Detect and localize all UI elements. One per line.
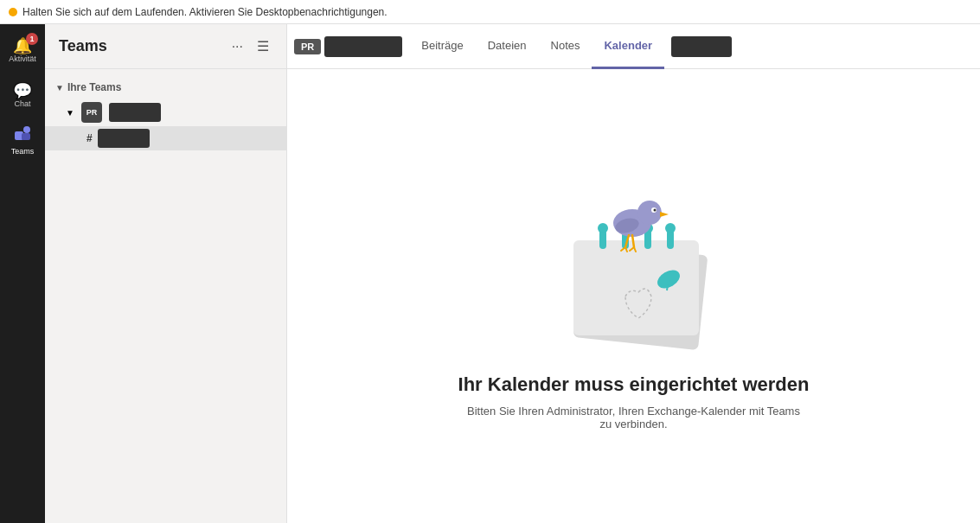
- more-button[interactable]: ···: [228, 35, 247, 58]
- notif-text: Halten Sie sich auf dem Laufenden. Aktiv…: [22, 6, 388, 18]
- sidebar-content: ▼ Ihre Teams ▼ PR #: [45, 69, 286, 523]
- activity-badge: 1: [26, 33, 38, 45]
- svg-rect-4: [573, 240, 699, 335]
- section-chevron: ▼: [55, 83, 64, 92]
- section-label: Ihre Teams: [67, 81, 121, 93]
- calendar-empty-state: Ihr Kalender muss eingerichtet werden Bi…: [287, 69, 980, 523]
- svg-point-16: [637, 201, 662, 225]
- svg-point-8: [598, 223, 608, 233]
- activity-label: Aktivität: [9, 55, 36, 63]
- team-badge-pr: PR: [81, 102, 102, 123]
- tab-bar-channel-badge: PR: [294, 39, 321, 54]
- svg-point-18: [653, 208, 656, 211]
- svg-rect-2: [22, 133, 30, 140]
- tab-bar-channel-name: [324, 36, 402, 57]
- app-layout: 🔔 Aktivität 1 💬 Chat Teams Teams ···: [0, 24, 980, 523]
- calendar-empty-title: Ihr Kalender muss eingerichtet werden: [458, 373, 810, 396]
- chat-label: Chat: [14, 100, 30, 108]
- calendar-illustration: [530, 145, 738, 353]
- icon-rail: 🔔 Aktivität 1 💬 Chat Teams: [0, 24, 45, 523]
- svg-point-14: [665, 223, 676, 233]
- sidebar-actions: ··· ☰: [228, 35, 272, 58]
- sidebar-item-chat[interactable]: 💬 Chat: [0, 73, 45, 118]
- svg-marker-19: [660, 212, 669, 217]
- main-content: PR Beiträge Dateien Notes Kalender: [287, 24, 980, 523]
- filter-button[interactable]: ☰: [253, 35, 272, 58]
- sidebar-title: Teams: [59, 37, 107, 55]
- sidebar-item-activity[interactable]: 🔔 Aktivität 1: [0, 28, 45, 73]
- section-header-ihre-teams[interactable]: ▼ Ihre Teams: [45, 76, 286, 99]
- team-item-pr[interactable]: ▼ PR: [45, 99, 286, 126]
- team-name-block: [109, 103, 161, 122]
- tab-kalender[interactable]: Kalender: [592, 24, 664, 69]
- sidebar-item-teams[interactable]: Teams: [0, 118, 45, 163]
- channel-name-block: [98, 129, 150, 148]
- channel-item-pr[interactable]: #: [45, 126, 286, 150]
- channel-hash: #: [86, 132, 93, 144]
- svg-point-1: [23, 126, 30, 133]
- notif-dot: [9, 8, 17, 16]
- sidebar-header: Teams ··· ☰: [45, 24, 286, 69]
- chat-icon: 💬: [13, 83, 32, 99]
- tab-extra-block: [671, 36, 732, 57]
- teams-icon: [13, 124, 32, 146]
- notification-bar: Halten Sie sich auf dem Laufenden. Aktiv…: [0, 0, 980, 24]
- tab-notes[interactable]: Notes: [539, 24, 592, 69]
- sidebar: Teams ··· ☰ ▼ Ihre Teams ▼ PR #: [45, 24, 287, 523]
- teams-label: Teams: [11, 148, 35, 156]
- team-chevron: ▼: [66, 108, 74, 118]
- tab-beitraege[interactable]: Beiträge: [409, 24, 475, 69]
- tab-bar: PR Beiträge Dateien Notes Kalender: [287, 24, 980, 69]
- calendar-empty-description: Bitten Sie Ihren Administrator, Ihren Ex…: [461, 405, 807, 431]
- tab-dateien[interactable]: Dateien: [476, 24, 539, 69]
